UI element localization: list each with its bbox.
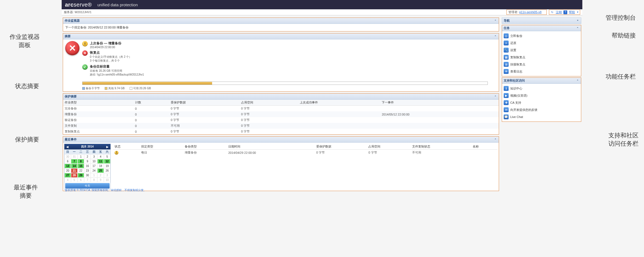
table-row: 增量备份00 字节0 字节2014/05/12 22:00:00	[63, 111, 499, 117]
status-error-icon: ✕	[65, 41, 79, 55]
cal-day[interactable]: 23	[84, 168, 91, 173]
destination-title: 备份目标容量	[90, 64, 144, 69]
warning-icon: !	[115, 151, 118, 155]
footer-copyright: 版权所有 © 2014 CA. 保留所有权利。未经授权，不得复制或分发。	[65, 188, 146, 192]
cal-day[interactable]: 27	[64, 173, 71, 178]
cal-day[interactable]: 30	[84, 173, 91, 178]
summary-panel: 摘要⌃ ✕ ! 上次备份 — 增量备份 2014/04/29 22:00:00	[63, 33, 499, 92]
cal-day[interactable]: 4	[97, 154, 104, 159]
cal-day[interactable]: 17	[91, 164, 97, 168]
cal-day[interactable]: 1	[78, 154, 84, 159]
refresh-icon[interactable]: ↻	[550, 10, 554, 14]
table-row: 文件复制0不可用0 字节	[63, 123, 499, 129]
collapse-icon[interactable]: ⌃	[494, 19, 497, 22]
cal-day[interactable]: 2	[84, 154, 91, 159]
collapse-icon[interactable]: ⌃	[576, 79, 579, 82]
cal-day[interactable]: 28	[71, 173, 78, 178]
support-item[interactable]: ✉向开发提供您的反馈	[503, 106, 580, 113]
chevron-down-icon[interactable]: ▼	[577, 11, 579, 13]
cal-day[interactable]: 10	[104, 178, 110, 182]
support-item[interactable]: 💬Live Chat	[503, 113, 580, 120]
help-link[interactable]: 帮助	[569, 10, 575, 14]
cal-day[interactable]: 9	[97, 178, 104, 182]
annotation-protection-summary: 保护摘要	[15, 135, 39, 144]
cal-day[interactable]: 12	[104, 159, 110, 164]
cal-day[interactable]: 30	[64, 154, 71, 159]
cal-prev[interactable]: ◀	[65, 145, 70, 148]
collapse-icon[interactable]: »	[576, 19, 579, 22]
cal-day[interactable]: 6	[78, 178, 84, 182]
legend-other: 其他 9.74 GB	[105, 86, 124, 90]
help-icon[interactable]: ?	[563, 10, 567, 14]
calendar: ◀ 四月 2014 ▶ 日一二三四五六 30311234567891011121…	[64, 144, 111, 190]
cal-day[interactable]: 11	[97, 159, 104, 164]
table-header: 名称	[471, 144, 498, 150]
task-item[interactable]: 🔧设置	[503, 47, 580, 54]
cal-day[interactable]: 7	[84, 178, 91, 182]
support-label: 向开发提供您的反馈	[510, 108, 537, 112]
cal-day[interactable]: 26	[104, 168, 110, 173]
collapse-icon[interactable]: ⌃	[494, 138, 497, 141]
cal-day[interactable]: 9	[84, 159, 91, 164]
cal-day[interactable]: 6	[64, 159, 71, 164]
collapse-icon[interactable]: ⌃	[494, 35, 497, 38]
cal-day[interactable]: 2	[97, 173, 104, 178]
cal-dow: 四	[91, 149, 97, 154]
table-header: 计数	[133, 100, 169, 106]
cal-day[interactable]: 29	[78, 173, 84, 178]
support-title: 支持和社区访问	[504, 79, 525, 83]
support-item[interactable]: ▶视频(仅英语)	[503, 92, 580, 99]
cal-day[interactable]: 7	[71, 159, 78, 164]
cal-day[interactable]: 1	[91, 173, 97, 178]
events-table: 状态排定类型备份类型日期时间受保护数据占用空间文件复制状态名称 !每日增量备份2…	[113, 144, 498, 155]
cal-day[interactable]: 5	[104, 154, 110, 159]
table-header: 占用空间	[367, 144, 410, 150]
cal-day[interactable]: 13	[64, 164, 71, 168]
support-icon: ✚	[504, 100, 509, 105]
support-item[interactable]: ℹ知识中心	[503, 85, 580, 92]
logout-link[interactable]: 注销	[556, 10, 562, 14]
cal-day[interactable]: 18	[97, 164, 104, 168]
cal-day[interactable]: 4	[64, 178, 71, 182]
support-item[interactable]: ✚CA 支持	[503, 99, 580, 106]
support-label: 视频(仅英语)	[510, 94, 527, 98]
cal-day[interactable]: 3	[104, 173, 110, 178]
collapse-icon[interactable]: ⌃	[494, 95, 497, 98]
destination-capacity: 目标有 20.26 GB 可用空间	[90, 69, 144, 73]
events-title: 最近事件	[65, 137, 77, 142]
task-item[interactable]: ◎立即备份	[503, 32, 580, 39]
collapse-icon[interactable]: ⌃	[576, 27, 579, 30]
cal-day[interactable]: 15	[78, 164, 84, 168]
cal-dow: 日	[64, 149, 71, 154]
tasks-title: 任务	[504, 26, 510, 30]
admin-link[interactable]: g11n-senhi05-v8	[519, 10, 542, 14]
cal-day[interactable]: 8	[91, 178, 97, 182]
today-button[interactable]: 今天	[65, 183, 110, 189]
cal-day[interactable]: 20	[64, 168, 71, 173]
task-icon: ≡	[504, 41, 509, 45]
task-item[interactable]: ≡还原	[503, 39, 580, 47]
cal-day[interactable]: 24	[91, 168, 97, 173]
cal-day[interactable]: 5	[71, 178, 78, 182]
cal-day[interactable]: 25	[97, 168, 104, 173]
cal-dow: 二	[78, 149, 84, 154]
cal-day[interactable]: 10	[91, 159, 97, 164]
destination-path: 路径: \\g11n-senhi05-v8\Backup\W2012Jhv1	[90, 73, 144, 77]
cal-day[interactable]: 19	[104, 164, 110, 168]
cal-next[interactable]: ▶	[105, 145, 110, 148]
cal-day[interactable]: 21	[71, 168, 78, 173]
header-subtitle: unified data protection	[97, 2, 138, 7]
cal-day[interactable]: 31	[71, 154, 78, 159]
cal-day[interactable]: 3	[91, 154, 97, 159]
table-header: 备份类型	[183, 144, 227, 150]
cal-day[interactable]: 16	[84, 164, 91, 168]
legend-free: 可用 20.26 GB	[130, 86, 151, 90]
cal-day[interactable]: 22	[78, 168, 84, 173]
table-header: 受保护数据	[169, 100, 240, 106]
table-header: 受保护数据	[315, 144, 367, 150]
task-item[interactable]: ⊞挂接恢复点	[503, 61, 580, 68]
task-item[interactable]: 👁查看日志	[503, 68, 580, 75]
cal-day[interactable]: 14	[71, 164, 78, 168]
cal-day[interactable]: 8	[78, 159, 84, 164]
task-item[interactable]: ▦复制恢复点	[503, 54, 580, 61]
